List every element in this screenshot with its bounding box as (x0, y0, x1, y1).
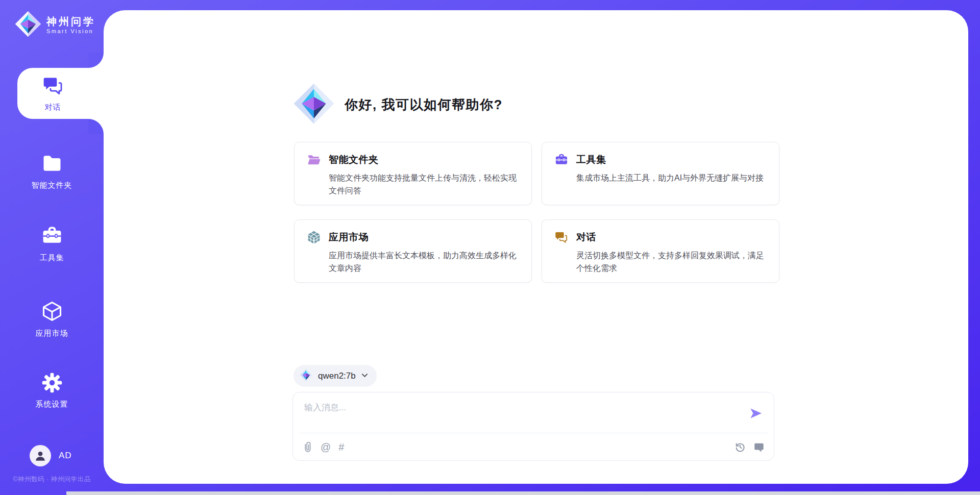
sidebar-item-label: 对话 (45, 103, 61, 112)
diamond-logo-icon (14, 10, 42, 40)
greeting: 你好, 我可以如何帮助你? (292, 82, 503, 127)
chat-bubbles-icon (554, 230, 569, 244)
card-description: 智能文件夹功能支持批量文件上传与清洗，轻松实现文件问答 (329, 171, 519, 197)
history-icon (734, 441, 746, 453)
at-icon[interactable]: @ (321, 441, 331, 453)
send-icon (749, 406, 763, 420)
card-description: 应用市场提供丰富长文本模板，助力高效生成多样化文章内容 (329, 249, 519, 275)
sidebar-item-toolset[interactable]: 工具集 (0, 225, 104, 263)
open-folder-icon (307, 153, 321, 167)
tab-fillet-top (88, 53, 104, 68)
sidebar-item-smart-folder[interactable]: 智能文件夹 (0, 152, 104, 190)
cube-icon (41, 300, 63, 325)
card-description: 灵活切换多模型文件，支持多样回复效果调试，满足个性化需求 (576, 249, 767, 275)
gear-icon (41, 372, 63, 395)
card-toolset[interactable]: 工具集 集成市场上主流工具，助力AI与外界无缝扩展与对接 (542, 142, 779, 205)
sidebar-item-settings[interactable]: 系统设置 (0, 372, 104, 409)
paperclip-icon (302, 441, 313, 453)
model-name: qwen2:7b (318, 371, 356, 381)
user-profile[interactable]: AD (30, 445, 72, 466)
hash-icon[interactable]: # (338, 441, 344, 453)
sidebar-item-chat[interactable]: 对话 (17, 68, 104, 119)
model-selector[interactable]: qwen2:7b (293, 365, 377, 387)
message-composer: @ # (292, 392, 774, 461)
avatar (30, 445, 51, 466)
card-title: 智能文件夹 (329, 153, 379, 166)
card-title: 对话 (576, 231, 596, 244)
comment-button[interactable] (753, 441, 765, 453)
brand-logo: 神州问学 Smart Vision (14, 10, 95, 40)
briefcase-icon (554, 153, 569, 167)
toolbox-icon (41, 225, 63, 249)
grid-cube-icon (307, 230, 321, 244)
sidebar-item-app-market[interactable]: 应用市场 (0, 300, 104, 338)
card-chat[interactable]: 对话 灵活切换多模型文件，支持多样回复效果调试，满足个性化需求 (542, 219, 779, 283)
sidebar-item-label: 系统设置 (36, 400, 68, 409)
bottom-edge-strip (66, 491, 980, 495)
tab-fillet-bottom (88, 119, 104, 134)
chevron-down-icon (361, 372, 369, 381)
chat-bubbles-icon (42, 75, 64, 99)
card-smart-folder[interactable]: 智能文件夹 智能文件夹功能支持批量文件上传与清洗，轻松实现文件问答 (294, 142, 532, 205)
diamond-logo-icon (300, 368, 313, 383)
brand-name-en: Smart Vision (46, 28, 95, 35)
main-panel: 你好, 我可以如何帮助你? 智能文件夹 智能文件夹功能支持批量文件上传与清洗，轻… (104, 10, 968, 484)
feature-cards: 智能文件夹 智能文件夹功能支持批量文件上传与清洗，轻松实现文件问答 (294, 142, 779, 283)
card-title: 工具集 (576, 153, 606, 166)
composer-toolbar: @ # (302, 438, 765, 456)
message-input[interactable] (303, 401, 734, 432)
diamond-logo-icon (292, 82, 335, 127)
sidebar-item-label: 智能文件夹 (32, 181, 72, 190)
comment-icon (753, 441, 765, 453)
folder-icon (41, 152, 63, 177)
sidebar: 神州问学 Smart Vision 对话 智能文件夹 (0, 0, 104, 495)
copyright-text: ©神州数码 · 神州问学出品 (0, 475, 104, 484)
page-title: 你好, 我可以如何帮助你? (345, 96, 503, 114)
attach-button[interactable] (302, 441, 313, 453)
app-window: 神州问学 Smart Vision 对话 智能文件夹 (0, 0, 980, 495)
card-title: 应用市场 (329, 231, 369, 244)
brand-text: 神州问学 Smart Vision (46, 15, 95, 35)
card-description: 集成市场上主流工具，助力AI与外界无缝扩展与对接 (576, 171, 767, 184)
sidebar-item-label: 工具集 (40, 253, 64, 263)
sidebar-item-label: 应用市场 (36, 329, 68, 338)
divider (299, 433, 768, 433)
history-button[interactable] (734, 441, 746, 453)
user-initials: AD (59, 451, 72, 461)
person-icon (34, 449, 47, 462)
send-button[interactable] (748, 406, 764, 421)
card-app-market[interactable]: 应用市场 应用市场提供丰富长文本模板，助力高效生成多样化文章内容 (294, 219, 532, 283)
brand-name-zh: 神州问学 (46, 15, 95, 28)
